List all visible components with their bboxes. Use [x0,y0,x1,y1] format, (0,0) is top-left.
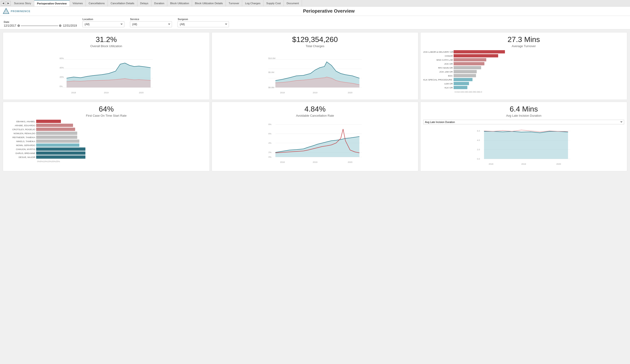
tab-cancellations[interactable]: Cancellations [86,0,108,6]
total-charges-value: $129,354,260 [292,35,338,44]
svg-text:4.0: 4.0 [477,139,480,142]
surgeon-filter-group: Surgeon (All) [178,18,229,27]
svg-text:2019: 2019 [313,161,317,163]
location-label: Location [82,18,124,20]
firstcase-bar-row: DARUS, BREANNE [6,152,207,155]
svg-text:6%: 6% [268,132,271,135]
avg-turnover-card: 27.3 Mins Average Turnover ZCK LABOR & D… [420,32,627,100]
svg-text:2019: 2019 [313,92,317,94]
first-case-bar-chart: EBANKS, ANABELARABIE, EDUARDOCROTSLEY, R… [6,120,207,159]
svg-text:$5.0M: $5.0M [268,71,274,74]
svg-text:2018: 2018 [489,163,494,165]
svg-text:2020: 2020 [348,161,352,163]
total-charges-chart: $10.0M $5.0M $0.0M 2018 2019 2020 [215,50,416,97]
turnover-bar-row: UJM OR [423,82,624,85]
svg-text:2019: 2019 [104,92,108,94]
date-label: Date [4,20,77,23]
svg-text:4%: 4% [268,142,271,144]
firstcase-bar-row: CROTSLEY, ROGELIO [6,128,207,131]
date-filter-group: Date 12/1/2017 12/31/2019 [4,20,77,27]
tab-success-story[interactable]: Success Story [11,0,34,6]
main-content: 31.2% Overall Block Utilization 60% 40% … [0,30,630,174]
turnover-bar-row: WSX CATH LAB [423,58,624,61]
location-filter-group: Location (All) [82,18,124,27]
turnover-bar-row: CHSOR [423,54,624,58]
tab-delays[interactable]: Delays [138,0,152,6]
svg-text:2.0: 2.0 [477,148,480,151]
total-charges-card: $129,354,260 Total Charges $10.0M $5.0M … [212,32,418,100]
svg-text:2018: 2018 [71,92,76,94]
firstcase-bar-row: NOWLEN, RENALDO [6,132,207,135]
svg-text:2020: 2020 [556,163,561,165]
svg-text:40%: 40% [60,66,64,69]
charts-grid: 31.2% Overall Block Utilization 60% 40% … [3,32,627,171]
tab-supply-cost[interactable]: Supply Cost [264,0,284,6]
service-select[interactable]: (All) [130,21,172,27]
surgeon-label: Surgeon [178,18,229,20]
cancellation-chart: 8% 6% 4% 2% 0% 2018 2019 2020 [215,120,416,166]
tab-document[interactable]: Document [284,0,302,6]
tab-block-utilization-details[interactable]: Block Utilization Details [192,0,226,6]
late-incision-chart: 6.0 4.0 2.0 0.0 2018 2019 2020 [423,126,624,168]
cancellation-rate-value: 4.84% [304,105,326,114]
filter-bar: Date 12/1/2017 12/31/2019 Location (All)… [0,16,630,30]
page-title: Perioperative Overview [30,8,627,14]
turnover-bar-row: ZCK LABOR & DELIVERY OR [423,50,624,54]
late-incision-dropdown[interactable]: Avg Late Incision Duration [423,120,624,124]
firstcase-bar-row: EBANKS, ANABEL [6,120,207,123]
svg-text:6.0: 6.0 [477,130,480,132]
tab-nav-next[interactable]: ▶ [6,1,11,6]
date-start: 12/1/2017 [4,24,16,27]
cancellation-rate-label: Avoidable Cancellation Rate [296,114,334,117]
svg-text:2020: 2020 [348,92,352,94]
tab-block-utilization[interactable]: Block Utilization [167,0,192,6]
tab-bar: ◀ ▶ Success StoryPerioperative OverviewV… [0,0,630,6]
first-case-value: 64% [6,105,207,114]
svg-text:8%: 8% [268,123,271,126]
late-incision-card: 6.4 Mins Avg Late Incision Duration Avg … [420,102,627,171]
svg-text:2020: 2020 [139,92,144,94]
firstcase-bar-row: DESUE, MAJOR [6,156,207,159]
date-slider[interactable] [18,24,61,27]
svg-text:2019: 2019 [522,163,526,165]
firstcase-bar-row: MIKELS, TAMEIKA [6,140,207,143]
avg-turnover-label: Average Turnover [423,44,624,48]
block-utilization-card: 31.2% Overall Block Utilization 60% 40% … [3,32,210,100]
tab-volumes[interactable]: Volumes [70,0,86,6]
turnover-bar-chart: ZCK LABOR & DELIVERY ORCHSORWSX CATH LAB… [423,50,624,90]
total-charges-label: Total Charges [306,44,324,48]
svg-text:0%: 0% [60,85,62,88]
logo-text: PROMINENCE [11,10,30,12]
tab-perioperative-overview[interactable]: Perioperative Overview [34,0,70,6]
turnover-bar-row: ZCK OR [423,62,624,65]
block-util-value: 31.2% [96,35,117,44]
tab-cancellation-details[interactable]: Cancellation Details [108,0,138,6]
service-filter-group: Service (All) [130,18,172,27]
logo-icon [3,8,9,14]
turnover-bar-row: RFV MAIN OR [423,66,624,69]
tab-turnover[interactable]: Turnover [226,0,242,6]
first-case-label: First Case On Time Start Rate [6,114,207,117]
avg-turnover-value: 27.3 Mins [423,35,624,44]
cancellation-rate-card: 4.84% Avoidable Cancellation Rate 8% 6% … [212,102,418,171]
tab-log-charges[interactable]: Log Charges [242,0,264,6]
svg-text:2018: 2018 [280,161,285,163]
date-end: 12/31/2019 [63,24,77,27]
firstcase-bar-row: CHHUON, MYRTIS [6,148,207,151]
firstcase-bar-row: REITMEIER, TAMEKIA [6,136,207,139]
firstcase-bar-row: ARABIE, EDUARDO [6,124,207,127]
svg-text:60%: 60% [60,57,64,60]
surgeon-select[interactable]: (All) [178,21,229,27]
svg-text:2018: 2018 [280,92,285,94]
block-util-label: Overall Block Utilization [90,44,122,48]
tab-duration[interactable]: Duration [152,0,167,6]
turnover-bar-row: KLK SPECIAL PROCEDURE ... [423,78,624,81]
svg-text:2%: 2% [268,151,271,154]
late-incision-label: Avg Late Incision Duration [506,114,542,117]
service-label: Service [130,18,172,20]
svg-text:0.0: 0.0 [477,158,480,160]
turnover-bar-row: ZCK JJW OR [423,70,624,73]
location-select[interactable]: (All) [82,21,124,27]
turnover-bar-row: EDC [423,74,624,77]
tab-nav-prev[interactable]: ◀ [1,1,6,6]
